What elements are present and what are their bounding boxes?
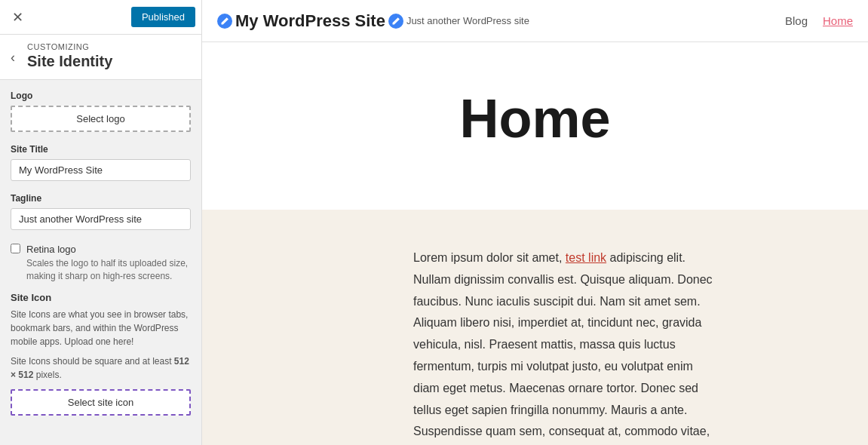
preview-hero: Home xyxy=(202,42,868,210)
preview-body: Home Lorem ipsum dolor sit amet, test li… xyxy=(202,42,868,445)
site-icon-section: Site Icon Site Icons are what you see in… xyxy=(11,292,191,416)
tagline-label: Tagline xyxy=(11,193,191,204)
customizer-panel: ✕ Published ‹ Customizing Site Identity … xyxy=(0,0,202,445)
panel-title: Site Identity xyxy=(27,53,191,70)
site-icon-desc: Site Icons are what you see in browser t… xyxy=(11,308,191,348)
preview-hero-title: Home xyxy=(217,87,853,149)
edit-tagline-icon[interactable] xyxy=(388,14,403,29)
retina-logo-row: Retina logo Scales the logo to half its … xyxy=(11,242,191,283)
retina-logo-checkbox[interactable] xyxy=(11,244,20,253)
panel-header: ‹ Customizing Site Identity xyxy=(0,35,201,80)
preview-site-title: My WordPress Site xyxy=(217,11,385,31)
preview-area: My WordPress Site Just another WordPress… xyxy=(202,0,868,445)
published-button[interactable]: Published xyxy=(131,7,195,27)
nav-blog-link[interactable]: Blog xyxy=(785,14,808,27)
tagline-input[interactable] xyxy=(11,208,191,230)
site-title-label: Site Title xyxy=(11,144,191,155)
tagline-field-group: Tagline xyxy=(11,193,191,230)
preview-site-title-area: My WordPress Site Just another WordPress… xyxy=(217,11,529,31)
customizing-label: Customizing xyxy=(27,42,191,51)
retina-logo-label[interactable]: Retina logo xyxy=(26,244,76,255)
preview-content-paragraph: Lorem ipsum dolor sit amet, test link ad… xyxy=(413,247,717,445)
site-title-input[interactable] xyxy=(11,159,191,181)
select-logo-button[interactable]: Select logo xyxy=(11,106,191,132)
select-site-icon-button[interactable]: Select site icon xyxy=(11,389,191,416)
logo-field-group: Logo Select logo xyxy=(11,91,191,132)
nav-home-link[interactable]: Home xyxy=(823,14,853,27)
preview-content-area: Lorem ipsum dolor sit amet, test link ad… xyxy=(202,210,868,445)
retina-logo-desc: Scales the logo to half its uploaded siz… xyxy=(26,257,188,283)
preview-tagline: Just another WordPress site xyxy=(388,14,529,29)
test-link[interactable]: test link xyxy=(566,251,606,264)
preview-topbar: My WordPress Site Just another WordPress… xyxy=(202,0,868,42)
back-button[interactable]: ‹ xyxy=(8,46,18,68)
panel-content: Logo Select logo Site Title Tagline Reti… xyxy=(0,80,201,445)
site-title-field-group: Site Title xyxy=(11,144,191,181)
logo-label: Logo xyxy=(11,91,191,101)
preview-nav: Blog Home xyxy=(785,14,853,27)
site-icon-title: Site Icon xyxy=(11,292,191,303)
customizer-topbar: ✕ Published xyxy=(0,0,201,35)
site-icon-note: Site Icons should be square and at least… xyxy=(11,354,191,382)
close-button[interactable]: ✕ xyxy=(6,8,29,27)
edit-site-title-icon[interactable] xyxy=(217,14,232,29)
retina-logo-text: Retina logo Scales the logo to half its … xyxy=(26,242,188,283)
